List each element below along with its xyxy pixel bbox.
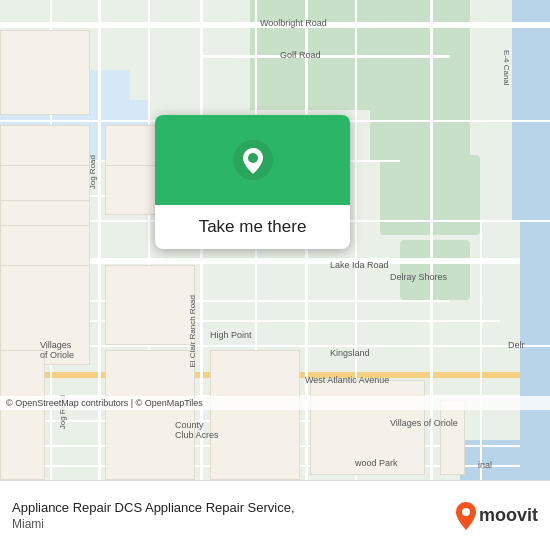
service-title: Appliance Repair DCS Appliance Repair Se… [12,500,445,517]
location-pin-icon [231,138,275,182]
map-attribution: © OpenStreetMap contributors | © OpenMap… [0,396,550,410]
block10 [210,350,300,480]
label-highpoint: High Point [210,330,252,340]
block1 [0,30,90,115]
road-v5 [480,220,482,480]
label-woodpark: wood Park [355,458,398,468]
label-kingsland: Kingsland [330,348,370,358]
label-county: CountyClub Acres [175,420,219,440]
label-delr: Delr [508,340,525,350]
bottom-bar: Appliance Repair DCS Appliance Repair Se… [0,480,550,550]
svg-point-2 [462,508,470,516]
label-villages: Villagesof Oriole [40,340,74,360]
moovit-text: moovit [479,505,538,526]
cta-button[interactable]: Take me there [155,205,350,249]
service-subtitle: Miami [12,517,445,531]
block9 [105,265,195,345]
moovit-pin-icon [455,502,477,530]
label-delrayshores: Delray Shores [390,272,447,282]
moovit-logo: moovit [455,502,538,530]
label-atlantic: West Atlantic Avenue [305,375,389,385]
svg-point-1 [248,153,258,163]
cta-green-header [155,115,350,205]
label-jog: Jog Road [88,155,97,189]
road-golf [200,55,450,58]
block8 [105,350,195,480]
cta-card[interactable]: Take me there [155,115,350,249]
label-canal: E-4 Canal [502,50,511,86]
canal-east-inner [512,0,520,220]
label-inal: inal [478,460,492,470]
block12 [440,400,465,475]
green-right2 [400,240,470,300]
block7 [0,350,45,480]
label-delraybeach: Villages of Oriole [390,418,458,428]
label-golf: Golf Road [280,50,321,60]
label-woolbright: Woolbright Road [260,18,327,28]
bottom-text: Appliance Repair DCS Appliance Repair Se… [12,500,445,531]
label-elclair: El Clair Ranch Road [188,295,197,367]
map-container[interactable]: Woolbright Road Golf Road Lake Ida Road … [0,0,550,480]
label-lakeida: Lake Ida Road [330,260,389,270]
